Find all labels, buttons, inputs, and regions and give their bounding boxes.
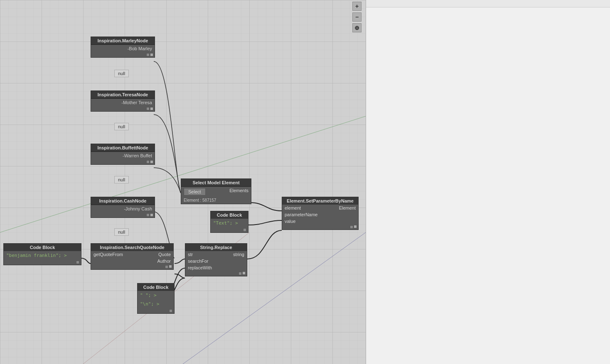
teresa-dot xyxy=(150,107,153,110)
teresa-node-body: -Mother Teresa xyxy=(91,99,155,106)
str-label: str xyxy=(188,252,193,257)
zoom-out-button[interactable]: − xyxy=(352,12,362,22)
marley-node-body: -Bob Marley xyxy=(91,45,155,52)
str-port: str string xyxy=(185,251,247,258)
code-block-main-header: Code Block xyxy=(4,244,81,251)
select-button[interactable]: Select xyxy=(184,188,206,195)
replace-footer xyxy=(185,271,247,276)
replace-port-indicator xyxy=(239,272,242,275)
code-block-text-header: Code Block xyxy=(211,211,248,219)
buffett-node-footer xyxy=(91,159,155,164)
quote-label: Quote xyxy=(158,252,171,257)
code-block-small-line1: " "; > xyxy=(138,291,174,300)
string-replace-header: String.Replace xyxy=(185,244,247,251)
search-quote-header: Inspiration.SearchQuoteNode xyxy=(91,244,173,251)
cash-port xyxy=(146,213,150,217)
buffett-port xyxy=(146,160,150,164)
set-param-dot xyxy=(354,225,357,228)
marley-null: null xyxy=(114,70,129,77)
code-block-main-node: Code Block "benjamin franklin"; > xyxy=(3,243,81,265)
buffett-dot xyxy=(150,161,153,163)
code-block-main-body: "benjamin franklin"; > xyxy=(4,251,81,260)
code-block-small-footer xyxy=(138,308,174,313)
replace-dot xyxy=(243,272,245,274)
code-block-small-header: Code Block xyxy=(138,283,174,291)
replace-with-label: replaceWith xyxy=(188,265,212,270)
code-block-text-node: Code Block "Text"; > xyxy=(210,211,248,233)
marley-node-header: Inspiration.MarleyNode xyxy=(91,37,155,45)
zoom-in-button[interactable]: + xyxy=(352,2,362,11)
get-quote-from-label: getQuoteFrom xyxy=(93,252,123,257)
set-param-row1: element Element xyxy=(282,205,358,211)
right-panel-header xyxy=(366,0,610,7)
cash-node-body: -Johnny Cash xyxy=(91,205,155,213)
search-quote-port-indicator xyxy=(165,265,168,269)
buffett-node: Inspiration.BuffettNode -Warren Buffet xyxy=(91,144,155,165)
teresa-null: null xyxy=(114,123,129,130)
teresa-node: Inspiration.TeresaNode -Mother Teresa xyxy=(91,90,155,112)
set-param-node: Element.SetParameterByName element Eleme… xyxy=(282,197,359,230)
code-block-main-footer xyxy=(4,260,81,265)
author-label: Author xyxy=(157,259,171,264)
cash-null: null xyxy=(114,228,129,236)
code-block-text-body: "Text"; > xyxy=(211,219,248,227)
elements-label: Elements xyxy=(229,188,248,195)
marley-node-footer xyxy=(91,52,155,57)
search-quote-port1: getQuoteFrom Quote xyxy=(91,251,173,258)
set-param-row3: value xyxy=(282,218,358,225)
set-param-header: Element.SetParameterByName xyxy=(282,197,358,205)
code-text-port xyxy=(243,228,246,232)
set-param-row2: parameterName xyxy=(282,211,358,218)
marley-dot xyxy=(150,54,153,56)
teresa-node-header: Inspiration.TeresaNode xyxy=(91,91,155,99)
canvas[interactable]: + − ⊕ Inspiration.MarleyNode -Bob Marley xyxy=(0,0,366,364)
cash-dot xyxy=(150,214,153,216)
element-in-label: element xyxy=(285,205,301,210)
teresa-port xyxy=(146,107,150,110)
marley-port xyxy=(146,53,150,56)
buffett-node-header: Inspiration.BuffettNode xyxy=(91,144,155,152)
code-block-small-node: Code Block " "; > "\n"; > xyxy=(137,283,175,314)
search-for-port: searchFor xyxy=(185,258,247,264)
value-label: value xyxy=(285,219,295,224)
right-panel xyxy=(366,0,610,364)
select-model-node: Select Model Element Select Elements Ele… xyxy=(181,178,251,204)
select-element-value: Element : 587157 xyxy=(181,197,251,204)
code-block-small-line2: "\n"; > xyxy=(138,300,174,308)
set-param-port xyxy=(350,225,353,229)
fit-button[interactable]: ⊕ xyxy=(352,23,362,32)
select-model-header: Select Model Element xyxy=(181,179,251,187)
buffett-node-body: -Warren Buffet xyxy=(91,152,155,159)
string-out-label: string xyxy=(233,252,244,257)
search-quote-footer xyxy=(91,264,173,269)
search-quote-node: Inspiration.SearchQuoteNode getQuoteFrom… xyxy=(91,243,174,270)
marley-node: Inspiration.MarleyNode -Bob Marley xyxy=(91,37,155,58)
buffett-null: null xyxy=(114,176,129,183)
replace-with-port: replaceWith xyxy=(185,264,247,271)
set-param-footer xyxy=(282,225,358,230)
select-model-row1: Select Elements xyxy=(181,187,251,197)
element-out-label: Element xyxy=(339,205,356,210)
cash-node: Inspiration.CashNode -Johnny Cash xyxy=(91,197,155,218)
param-name-label: parameterName xyxy=(285,212,317,217)
search-for-label: searchFor xyxy=(188,259,209,264)
cash-node-footer xyxy=(91,213,155,217)
code-small-port xyxy=(169,309,172,313)
teresa-node-footer xyxy=(91,106,155,111)
cash-node-header: Inspiration.CashNode xyxy=(91,197,155,205)
search-quote-port2: Author xyxy=(91,258,173,264)
search-quote-dot xyxy=(169,265,172,268)
code-block-text-footer xyxy=(211,227,248,232)
string-replace-node: String.Replace str string searchFor repl… xyxy=(185,243,247,276)
code-main-port xyxy=(76,261,79,264)
